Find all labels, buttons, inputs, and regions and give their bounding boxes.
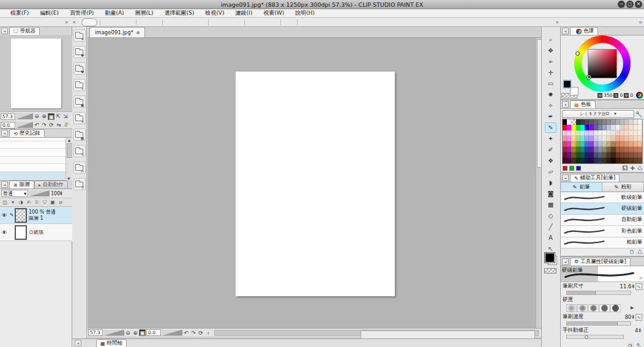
tab-sub-tool[interactable]: ✎ 輔助工具[鉛筆] bbox=[570, 174, 620, 182]
palette-swatch[interactable] bbox=[580, 152, 585, 158]
chevron-down-icon[interactable]: ▾ bbox=[9, 199, 17, 206]
palette-swatch[interactable] bbox=[594, 152, 598, 158]
tab-timeline[interactable]: ▦ 時間軸 bbox=[96, 339, 127, 347]
panel-menu-icon[interactable]: ◂ bbox=[562, 28, 569, 34]
actual-pixels-icon[interactable]: ⇲ bbox=[62, 113, 69, 120]
palette-swatch[interactable] bbox=[580, 158, 585, 163]
wrench-icon[interactable]: 🔧 bbox=[636, 343, 643, 347]
palette-swatch[interactable] bbox=[563, 158, 567, 163]
expand-selection-button[interactable] bbox=[197, 18, 206, 26]
palette-swatch[interactable] bbox=[620, 152, 624, 158]
palette-swatch[interactable] bbox=[634, 147, 638, 152]
snap-special-ruler-button[interactable] bbox=[260, 18, 268, 26]
palette-swatch[interactable] bbox=[563, 147, 567, 152]
stabilization-slider[interactable] bbox=[566, 335, 624, 339]
pencil-tool[interactable]: ✎ bbox=[545, 122, 556, 133]
sub-tool-item[interactable]: 自動鉛筆 bbox=[561, 215, 644, 226]
reset-rotation-icon[interactable]: ⟳ bbox=[197, 329, 204, 337]
display-settings-button[interactable] bbox=[286, 18, 294, 26]
gradient-tool[interactable]: ▩ bbox=[545, 200, 556, 210]
panel-collapse-chevrons[interactable]: » « bbox=[65, 19, 77, 25]
palette-swatch[interactable] bbox=[634, 152, 638, 158]
palette-swatch[interactable] bbox=[598, 125, 602, 130]
fit-to-window-icon[interactable]: ▣ bbox=[139, 329, 146, 336]
opacity-slider[interactable] bbox=[29, 190, 50, 196]
palette-swatch[interactable] bbox=[616, 125, 620, 130]
palette-swatch[interactable] bbox=[602, 119, 607, 125]
canvas-page[interactable] bbox=[236, 72, 395, 296]
rotate-right-icon[interactable]: ↷ bbox=[40, 121, 48, 129]
far-right-panel-chevron[interactable]: » bbox=[638, 19, 642, 25]
stepper-icon[interactable]: ▲▼ bbox=[632, 315, 634, 319]
brush-size-value[interactable]: 11.6 bbox=[620, 283, 632, 289]
lock-transparent-icon[interactable]: ⛉ bbox=[41, 199, 48, 206]
palette-swatch[interactable] bbox=[602, 130, 607, 136]
hue-cursor[interactable] bbox=[575, 51, 580, 56]
stencil-button[interactable] bbox=[233, 18, 242, 26]
panel-menu-icon[interactable]: ◂ bbox=[75, 340, 81, 346]
blend-mode-dropdown[interactable]: 普通 ▾ bbox=[1, 190, 28, 197]
palette-swatch[interactable] bbox=[598, 158, 602, 163]
fill-tool[interactable]: ◙ bbox=[545, 188, 556, 199]
sub-tool-group-tab[interactable]: ✎ 鉛筆 bbox=[561, 182, 602, 192]
zoom-in-icon[interactable]: ⊕ bbox=[40, 113, 48, 120]
palette-swatch[interactable] bbox=[580, 119, 585, 125]
palette-swatch[interactable] bbox=[629, 152, 633, 158]
flip-horizontal-icon[interactable]: ⇋ bbox=[55, 121, 62, 129]
palette-swatch[interactable] bbox=[598, 119, 602, 125]
palette-swatch[interactable] bbox=[624, 125, 629, 130]
palette-swatch[interactable] bbox=[589, 136, 593, 141]
palette-swatch[interactable] bbox=[567, 152, 571, 158]
palette-swatch[interactable] bbox=[638, 136, 642, 141]
quick-access-item-6[interactable]: ✕ bbox=[73, 112, 86, 124]
palette-swatch[interactable] bbox=[563, 119, 567, 125]
auto-select-tool[interactable]: ✸ bbox=[545, 89, 556, 100]
palette-swatch[interactable] bbox=[634, 141, 638, 147]
toolbar-button[interactable] bbox=[297, 19, 300, 26]
layer-name[interactable]: 圖層 1 bbox=[29, 215, 56, 222]
palette-swatch[interactable] bbox=[616, 130, 620, 136]
palette-swatch[interactable] bbox=[602, 136, 607, 141]
history-item[interactable] bbox=[0, 164, 66, 172]
history-item[interactable] bbox=[0, 141, 66, 149]
palette-swatch[interactable] bbox=[634, 119, 638, 125]
palette-swatch[interactable] bbox=[594, 119, 598, 125]
palette-swatch[interactable] bbox=[567, 130, 571, 136]
mask-button[interactable] bbox=[223, 18, 232, 26]
palette-swatch[interactable] bbox=[634, 136, 638, 141]
tab-color-wheel[interactable]: 色環 bbox=[570, 27, 598, 35]
palette-swatch[interactable] bbox=[589, 125, 593, 130]
close-button[interactable]: ✕ bbox=[635, 1, 642, 8]
layer-thumbnail[interactable] bbox=[15, 208, 27, 223]
visibility-eye-icon[interactable]: 👁 bbox=[0, 212, 9, 218]
palette-swatch[interactable] bbox=[634, 158, 638, 163]
palette-swatch[interactable] bbox=[585, 125, 589, 130]
palette-swatch[interactable] bbox=[629, 125, 633, 130]
palette-swatch[interactable] bbox=[607, 147, 611, 152]
scroll-left-icon[interactable]: ‹ bbox=[204, 329, 212, 337]
palette-swatch[interactable] bbox=[629, 130, 633, 136]
palette-swatch[interactable] bbox=[611, 125, 615, 130]
palette-swatch[interactable] bbox=[598, 147, 602, 152]
ruler-show-icon[interactable]: ⧄ bbox=[57, 199, 64, 206]
sub-tool-item[interactable]: 粗鉛筆 bbox=[561, 237, 644, 248]
palette-swatch[interactable] bbox=[567, 125, 571, 130]
delete-color-trash-icon[interactable]: ♺ bbox=[637, 165, 642, 171]
palette-swatch[interactable] bbox=[571, 119, 575, 125]
figure-tool[interactable]: ◇ bbox=[545, 211, 556, 221]
tab-history[interactable]: ⟲ 歷史記錄 bbox=[9, 129, 45, 137]
wrench-icon[interactable]: 🔧 bbox=[635, 111, 643, 118]
brush-tool[interactable]: ✐ bbox=[545, 144, 556, 155]
quick-access-item-10[interactable]: T bbox=[73, 178, 86, 190]
layer-row-layer1[interactable]: 👁 ✎ 100 % 普通 圖層 1 bbox=[0, 207, 72, 224]
quick-access-item-2[interactable]: ♥ bbox=[73, 46, 86, 58]
palette-swatch[interactable] bbox=[616, 147, 620, 152]
palette-swatch[interactable] bbox=[629, 158, 633, 163]
history-item[interactable] bbox=[0, 172, 66, 180]
toolbar-button[interactable] bbox=[162, 19, 165, 26]
navigator-zoom-value[interactable]: 57.3 bbox=[1, 113, 15, 120]
palette-swatch[interactable] bbox=[634, 125, 638, 130]
palette-swatch[interactable] bbox=[580, 125, 585, 130]
foreground-color-swatch[interactable] bbox=[563, 80, 572, 89]
recent-color-swatch[interactable] bbox=[563, 166, 567, 171]
